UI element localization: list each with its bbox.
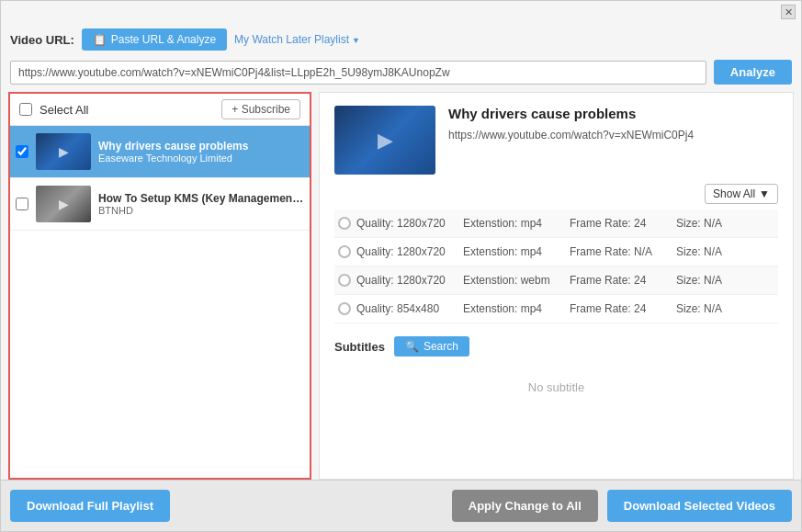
video-checkbox-1[interactable] bbox=[16, 145, 28, 158]
quality-label-4: Quality: 854x480 bbox=[356, 302, 457, 315]
url-bar-row: Analyze bbox=[1, 56, 801, 92]
quality-size-4: Size: N/A bbox=[676, 302, 722, 315]
quality-radio-4[interactable] bbox=[338, 302, 351, 315]
paste-url-button[interactable]: 📋 Paste URL & Analyze bbox=[82, 28, 227, 51]
subtitles-row: Subtitles 🔍 Search bbox=[334, 336, 778, 357]
footer-right: Apply Change to All Download Selected Vi… bbox=[452, 490, 792, 522]
quality-row-4[interactable]: Quality: 854x480 Extenstion: mp4 Frame R… bbox=[334, 295, 778, 323]
paste-btn-label: Paste URL & Analyze bbox=[111, 33, 216, 46]
quality-label-2: Quality: 1280x720 bbox=[356, 245, 457, 258]
subtitles-label: Subtitles bbox=[334, 340, 385, 354]
video-channel-1: Easeware Technology Limited bbox=[98, 153, 304, 164]
search-icon: 🔍 bbox=[405, 340, 419, 353]
show-all-chevron-icon: ▼ bbox=[759, 187, 770, 200]
detail-url: https://www.youtube.com/watch?v=xNEWmiC0… bbox=[448, 129, 778, 141]
quality-row-3[interactable]: Quality: 1280x720 Extenstion: webm Frame… bbox=[334, 266, 778, 295]
video-item-2[interactable]: How To Setup KMS (Key Management Server)… bbox=[10, 178, 310, 231]
toolbar: Video URL: 📋 Paste URL & Analyze My Watc… bbox=[1, 23, 801, 56]
quality-ext-3: Extenstion: webm bbox=[463, 274, 564, 287]
quality-radio-3[interactable] bbox=[338, 274, 351, 287]
select-all-label: Select All bbox=[40, 103, 88, 117]
chevron-down-icon bbox=[352, 33, 360, 46]
left-panel: Select All + Subscribe Why drivers cause… bbox=[8, 92, 311, 480]
url-input[interactable] bbox=[10, 61, 706, 85]
close-button[interactable]: ✕ bbox=[781, 5, 796, 19]
content-area: Select All + Subscribe Why drivers cause… bbox=[1, 92, 801, 480]
quality-size-1: Size: N/A bbox=[676, 217, 722, 230]
playlist-link-label: My Watch Later Playlist bbox=[234, 33, 349, 46]
analyze-button[interactable]: Analyze bbox=[714, 60, 792, 85]
video-checkbox-2[interactable] bbox=[16, 198, 28, 210]
quality-fps-3: Frame Rate: 24 bbox=[570, 274, 671, 287]
subscribe-button[interactable]: + Subscribe bbox=[221, 99, 300, 119]
search-sub-label: Search bbox=[424, 340, 458, 353]
quality-label-1: Quality: 1280x720 bbox=[356, 217, 457, 230]
apply-change-button[interactable]: Apply Change to All bbox=[452, 490, 598, 522]
video-thumbnail-1 bbox=[36, 133, 91, 170]
quality-list: Quality: 1280x720 Extenstion: mp4 Frame … bbox=[334, 209, 778, 323]
video-info-2: How To Setup KMS (Key Management Server)… bbox=[98, 192, 304, 216]
quality-ext-1: Extenstion: mp4 bbox=[463, 217, 564, 230]
playlist-link[interactable]: My Watch Later Playlist bbox=[234, 33, 360, 46]
quality-row-2[interactable]: Quality: 1280x720 Extenstion: mp4 Frame … bbox=[334, 238, 778, 266]
quality-radio-2[interactable] bbox=[338, 245, 351, 258]
detail-info: Why drivers cause problems https://www.y… bbox=[448, 106, 778, 141]
video-title-2: How To Setup KMS (Key Management Server)… bbox=[98, 192, 304, 205]
video-channel-2: BTNHD bbox=[98, 205, 304, 216]
subtitles-section: Subtitles 🔍 Search No subtitle bbox=[334, 336, 778, 394]
footer-left: Download Full Playlist bbox=[10, 490, 170, 522]
right-panel: Why drivers cause problems https://www.y… bbox=[319, 92, 794, 480]
select-all-checkbox[interactable] bbox=[19, 103, 32, 116]
quality-row-1[interactable]: Quality: 1280x720 Extenstion: mp4 Frame … bbox=[334, 209, 778, 238]
video-title-1: Why drivers cause problems bbox=[98, 140, 304, 153]
video-list: Why drivers cause problems Easeware Tech… bbox=[10, 126, 310, 478]
show-all-label: Show All bbox=[713, 187, 755, 200]
show-all-button[interactable]: Show All ▼ bbox=[705, 184, 778, 204]
quality-ext-2: Extenstion: mp4 bbox=[463, 245, 564, 258]
quality-fps-1: Frame Rate: 24 bbox=[570, 217, 671, 230]
title-bar: ✕ bbox=[1, 1, 801, 23]
main-window: ✕ Video URL: 📋 Paste URL & Analyze My Wa… bbox=[0, 0, 802, 532]
detail-title: Why drivers cause problems bbox=[448, 106, 778, 121]
search-subtitle-button[interactable]: 🔍 Search bbox=[394, 336, 469, 357]
quality-fps-4: Frame Rate: 24 bbox=[570, 302, 671, 315]
download-playlist-button[interactable]: Download Full Playlist bbox=[10, 490, 170, 522]
video-item-1[interactable]: Why drivers cause problems Easeware Tech… bbox=[10, 126, 310, 178]
show-all-row: Show All ▼ bbox=[334, 184, 778, 204]
video-info-1: Why drivers cause problems Easeware Tech… bbox=[98, 140, 304, 164]
download-selected-button[interactable]: Download Selected Videos bbox=[607, 490, 792, 522]
clipboard-icon: 📋 bbox=[93, 33, 107, 46]
video-thumbnail-2 bbox=[36, 186, 91, 222]
no-subtitle-label: No subtitle bbox=[334, 380, 778, 394]
big-thumbnail bbox=[334, 106, 435, 175]
quality-fps-2: Frame Rate: N/A bbox=[570, 245, 671, 258]
quality-size-2: Size: N/A bbox=[676, 245, 722, 258]
quality-ext-4: Extenstion: mp4 bbox=[463, 302, 564, 315]
video-detail-header: Why drivers cause problems https://www.y… bbox=[334, 106, 778, 175]
quality-label-3: Quality: 1280x720 bbox=[356, 274, 457, 287]
footer: Download Full Playlist Apply Change to A… bbox=[1, 480, 801, 531]
select-all-row: Select All + Subscribe bbox=[10, 94, 310, 126]
video-url-label: Video URL: bbox=[10, 33, 74, 47]
quality-size-3: Size: N/A bbox=[676, 274, 722, 287]
quality-radio-1[interactable] bbox=[338, 217, 351, 230]
